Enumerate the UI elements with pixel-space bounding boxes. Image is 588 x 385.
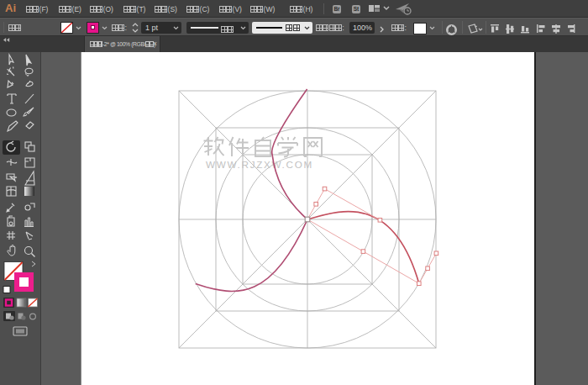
svg-text:WWW.RJZXW.COM: WWW.RJZXW.COM [206,159,313,170]
